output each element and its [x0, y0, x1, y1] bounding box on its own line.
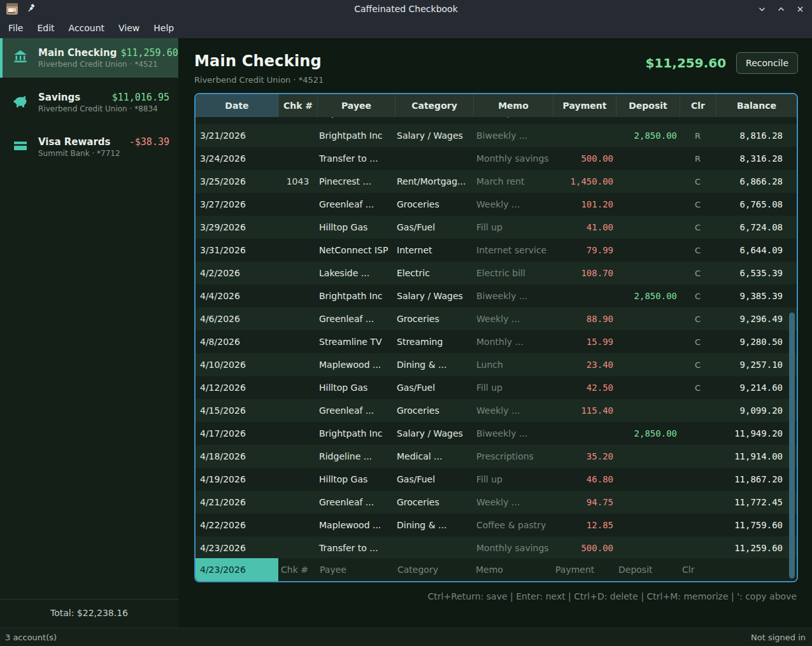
cell-payee[interactable]: Greenleaf ...	[317, 193, 395, 216]
cell-payee[interactable]: Ridgeline ...	[317, 445, 395, 468]
cell-payee[interactable]: Hilltop Gas	[317, 468, 395, 491]
cell-category[interactable]: Gas/Fuel	[395, 376, 473, 399]
cell-memo[interactable]: March rent	[473, 170, 553, 193]
cell-payee[interactable]: Greenleaf ...	[317, 399, 395, 422]
cell-chk[interactable]	[278, 147, 317, 170]
cell-date[interactable]: 3/31/2026	[196, 239, 278, 262]
cell-memo[interactable]: Monthly savings	[473, 147, 553, 170]
cell-clr[interactable]: C	[680, 353, 716, 376]
reconcile-button[interactable]: Reconcile	[736, 52, 798, 74]
cell-chk[interactable]	[278, 353, 317, 376]
cell-memo[interactable]: Fill up	[473, 376, 553, 399]
cell-payee[interactable]: Greenleaf ...	[317, 491, 395, 514]
cell-deposit[interactable]	[616, 262, 680, 284]
cell-payment[interactable]	[553, 422, 616, 445]
cell-date[interactable]: 4/6/2026	[196, 307, 278, 330]
cell-chk[interactable]	[278, 262, 317, 284]
cell-category[interactable]: Salary / Wages	[395, 284, 473, 307]
maximize-button[interactable]	[775, 3, 787, 15]
cell-date[interactable]: 3/18/2026	[196, 117, 278, 124]
cell-payment[interactable]: 42.50	[553, 376, 616, 399]
cell-payee[interactable]: Hope ...	[317, 117, 395, 124]
vertical-scrollbar[interactable]	[789, 312, 795, 579]
cell-chk[interactable]	[278, 193, 317, 216]
cell-payee[interactable]: Hilltop Gas	[317, 216, 395, 239]
column-header-category[interactable]: Category	[395, 94, 473, 117]
cell-category[interactable]: Groceries	[395, 307, 473, 330]
cell-deposit[interactable]	[616, 468, 680, 491]
cell-deposit[interactable]	[616, 117, 680, 124]
cell-clr[interactable]	[680, 537, 716, 558]
cell-deposit[interactable]	[616, 491, 680, 514]
table-row[interactable]: 4/17/2026Brightpath IncSalary / WagesBiw…	[196, 422, 797, 445]
cell-memo[interactable]: Monthly ...	[473, 117, 553, 124]
cell-deposit[interactable]	[616, 514, 680, 537]
cell-clr[interactable]: C	[680, 170, 716, 193]
cell-date[interactable]: 4/4/2026	[196, 284, 278, 307]
cell-chk[interactable]: 1043	[278, 170, 317, 193]
cell-category[interactable]: Groceries	[395, 491, 473, 514]
table-row[interactable]: 3/27/2026Greenleaf ...GroceriesWeekly ..…	[196, 193, 797, 216]
cell-payee[interactable]: Brightpath Inc	[317, 284, 395, 307]
table-row[interactable]: 3/24/2026Transfer to ...Monthly savings5…	[196, 147, 797, 170]
table-row[interactable]: 4/6/2026Greenleaf ...GroceriesWeekly ...…	[196, 307, 797, 330]
column-header-memo[interactable]: Memo	[473, 94, 553, 117]
cell-payment[interactable]: 46.80	[553, 468, 616, 491]
cell-memo[interactable]: Electric bill	[473, 262, 553, 284]
cell-clr[interactable]: C	[680, 262, 716, 284]
cell-deposit[interactable]	[616, 239, 680, 262]
column-header-clr[interactable]: Clr	[680, 94, 716, 117]
table-row[interactable]: 3/31/2026NetConnect ISPInternetInternet …	[196, 239, 797, 262]
cell-balance[interactable]: 9,280.50	[716, 330, 797, 353]
cell-deposit[interactable]	[616, 376, 680, 399]
cell-chk[interactable]	[278, 330, 317, 353]
cell-deposit[interactable]	[616, 193, 680, 216]
cell-deposit[interactable]	[616, 216, 680, 239]
cell-chk[interactable]	[278, 124, 317, 147]
cell-payment[interactable]: 88.90	[553, 307, 616, 330]
cell-payment[interactable]	[553, 124, 616, 147]
cell-clr[interactable]	[680, 468, 716, 491]
cell-payment[interactable]: 35.20	[553, 445, 616, 468]
cell-clr[interactable]: R	[680, 124, 716, 147]
cell-balance[interactable]: 8,816.28	[716, 124, 797, 147]
new-entry-field-payment[interactable]: Payment	[553, 558, 616, 581]
cell-category[interactable]: Streaming	[395, 330, 473, 353]
cell-deposit[interactable]	[616, 537, 680, 558]
cell-clr[interactable]: C	[680, 284, 716, 307]
cell-clr[interactable]: C	[680, 307, 716, 330]
cell-payee[interactable]: Maplewood ...	[317, 514, 395, 537]
cell-memo[interactable]: Lunch	[473, 353, 553, 376]
cell-balance[interactable]: 6,535.39	[716, 262, 797, 284]
table-row[interactable]: 4/18/2026Ridgeline ...Medical ...Prescri…	[196, 445, 797, 468]
cell-balance[interactable]: 6,866.28	[716, 170, 797, 193]
cell-memo[interactable]: Weekly ...	[473, 307, 553, 330]
cell-memo[interactable]: Internet service	[473, 239, 553, 262]
cell-balance[interactable]: 6,644.09	[716, 239, 797, 262]
cell-payment[interactable]: 41.00	[553, 216, 616, 239]
cell-date[interactable]: 4/22/2026	[196, 514, 278, 537]
cell-category[interactable]	[395, 537, 473, 558]
cell-date[interactable]: 3/29/2026	[196, 216, 278, 239]
new-entry-field-chk-#[interactable]: Chk #	[278, 558, 317, 581]
cell-category[interactable]	[395, 147, 473, 170]
cell-memo[interactable]: Fill up	[473, 216, 553, 239]
cell-category[interactable]: Rent/Mortgag...	[395, 170, 473, 193]
cell-payment[interactable]: 500.00	[553, 147, 616, 170]
cell-payment[interactable]: 108.70	[553, 262, 616, 284]
column-header-chk-#[interactable]: Chk #	[278, 94, 317, 117]
table-row[interactable]: 4/8/2026Streamline TVStreamingMonthly ..…	[196, 330, 797, 353]
cell-payment[interactable]: 12.85	[553, 514, 616, 537]
cell-payment[interactable]: 23.40	[553, 353, 616, 376]
cell-chk[interactable]: 1042	[278, 117, 317, 124]
cell-balance[interactable]: 8,316.28	[716, 147, 797, 170]
cell-date[interactable]: 3/24/2026	[196, 147, 278, 170]
cell-category[interactable]: Medical ...	[395, 445, 473, 468]
cell-memo[interactable]: Coffee & pastry	[473, 514, 553, 537]
table-row[interactable]: 4/15/2026Greenleaf ...GroceriesWeekly ..…	[196, 399, 797, 422]
cell-category[interactable]: Salary / Wages	[395, 422, 473, 445]
cell-date[interactable]: 4/23/2026	[196, 537, 278, 558]
cell-balance[interactable]: 11,759.60	[716, 514, 797, 537]
cell-category[interactable]: Internet	[395, 239, 473, 262]
table-row[interactable]: 3/18/20261042Hope ...Charitable ...Month…	[196, 117, 797, 124]
